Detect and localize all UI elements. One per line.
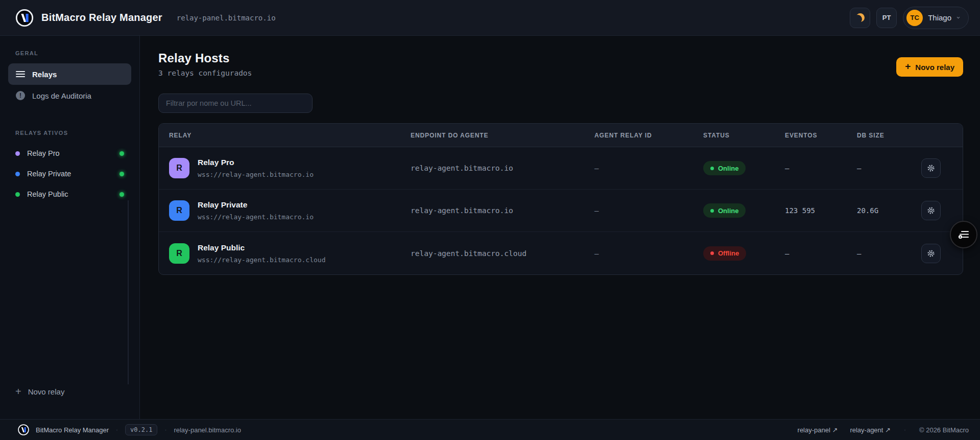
table-row[interactable]: R Relay Pro wss://relay-agent.bitmacro.i… xyxy=(159,147,963,190)
status-badge: Online xyxy=(703,161,746,175)
sidebar-section-active-relays: RELAYS ATIVOS xyxy=(0,130,139,136)
column-header-db-size: DB SIZE xyxy=(847,132,914,139)
agent-relay-id-value: – xyxy=(584,249,693,258)
relay-status-dot-icon xyxy=(119,151,124,156)
new-relay-button[interactable]: + Novo relay xyxy=(896,57,963,77)
external-link-icon: ↗ xyxy=(832,426,838,434)
plus-icon: + xyxy=(905,61,911,72)
brand: BitMacro Relay Manager relay-panel.bitma… xyxy=(15,8,276,28)
relay-name: Relay Private xyxy=(198,200,314,210)
filter-input[interactable] xyxy=(158,94,313,113)
status-dot-icon xyxy=(710,209,714,213)
status-label: Offline xyxy=(718,249,739,257)
status-badge: Online xyxy=(703,203,746,218)
footer: BitMacro Relay Manager · v0.2.1 · relay-… xyxy=(0,419,980,440)
column-header-relay: RELAY xyxy=(159,132,400,139)
separator-dot: · xyxy=(903,426,907,433)
column-header-endpoint: ENDPOINT DO AGENTE xyxy=(400,132,584,139)
language-button[interactable]: PT xyxy=(876,8,897,28)
sidebar-item-label: Logs de Auditoria xyxy=(32,91,91,100)
sidebar-item-audit-logs[interactable]: ! Logs de Auditoria xyxy=(8,85,131,106)
separator-dot: · xyxy=(115,426,119,433)
version-badge: v0.2.1 xyxy=(125,424,157,435)
relay-avatar: R xyxy=(169,243,189,264)
theme-toggle-button[interactable] xyxy=(850,8,870,28)
relay-name: Relay Pro xyxy=(198,158,314,167)
moon-icon xyxy=(856,13,865,22)
relay-settings-button[interactable] xyxy=(921,158,941,178)
sidebar-relay-item[interactable]: Relay Public xyxy=(0,184,139,204)
db-size-value: 20.6G xyxy=(847,206,914,215)
new-relay-button-label: Novo relay xyxy=(915,63,954,72)
relay-url: wss://relay-agent.bitmacro.io xyxy=(198,213,314,221)
table-body: R Relay Pro wss://relay-agent.bitmacro.i… xyxy=(159,147,963,274)
footer-link-relay-agent[interactable]: relay-agent ↗ xyxy=(850,426,891,434)
sidebar-relay-label: Relay Pro xyxy=(27,149,60,157)
user-menu-button[interactable]: TC Thiago xyxy=(903,7,969,29)
sidebar-relay-list: Relay Pro Relay Private Relay Public xyxy=(0,143,139,204)
relay-color-dot-icon xyxy=(15,192,20,197)
footer-host: relay-panel.bitmacro.io xyxy=(174,426,241,434)
relay-endpoint: relay-agent.bitmacro.io xyxy=(400,164,584,172)
relay-url: wss://relay-agent.bitmacro.io xyxy=(198,171,314,178)
sidebar-new-relay-button[interactable]: + Novo relay xyxy=(0,386,139,419)
menu-icon xyxy=(16,71,25,78)
sidebar-relay-item[interactable]: Relay Pro xyxy=(0,143,139,164)
external-link-icon: ↗ xyxy=(885,426,891,434)
chevron-down-icon xyxy=(957,15,960,18)
eventos-value: – xyxy=(775,249,847,258)
relay-endpoint: relay-agent.bitmacro.io xyxy=(400,206,584,215)
alert-icon: ! xyxy=(16,91,25,100)
status-badge: Offline xyxy=(703,246,746,261)
sidebar-section-general: GERAL xyxy=(0,50,139,56)
gear-icon xyxy=(926,249,936,258)
user-name: Thiago xyxy=(928,13,951,22)
db-size-value: – xyxy=(847,249,914,258)
footer-links: relay-panel ↗ relay-agent ↗ · © 2026 Bit… xyxy=(798,426,969,434)
new-relay-label: Novo relay xyxy=(28,387,65,396)
sidebar-item-relays[interactable]: Relays xyxy=(8,63,131,85)
relay-url: wss://relay-agent.bitmacro.cloud xyxy=(198,256,325,264)
relay-settings-button[interactable] xyxy=(921,244,941,263)
sidebar-relay-label: Relay Public xyxy=(27,190,68,198)
column-header-agent-relay-id: AGENT RELAY ID xyxy=(584,132,693,139)
db-size-value: – xyxy=(847,164,914,172)
bitmacro-logo-icon xyxy=(15,8,34,28)
footer-brand: BitMacro Relay Manager xyxy=(36,426,109,434)
page-subtitle: 3 relays configurados xyxy=(158,69,252,77)
relay-status-dot-icon xyxy=(119,172,124,176)
list-droplet-icon xyxy=(958,228,970,241)
sidebar-relay-item[interactable]: Relay Private xyxy=(0,164,139,184)
gear-icon xyxy=(926,164,936,173)
main-content: Relay Hosts 3 relays configurados + Novo… xyxy=(140,36,980,419)
column-header-status: STATUS xyxy=(693,132,775,139)
relay-color-dot-icon xyxy=(15,172,20,176)
floating-widget-button[interactable] xyxy=(950,221,977,248)
plus-icon: + xyxy=(15,386,21,397)
footer-link-relay-panel[interactable]: relay-panel ↗ xyxy=(798,426,838,434)
table-row[interactable]: R Relay Public wss://relay-agent.bitmacr… xyxy=(159,232,963,274)
sidebar-scrollbar[interactable] xyxy=(128,200,129,384)
copyright-text: © 2026 BitMacro xyxy=(919,426,969,434)
eventos-value: 123 595 xyxy=(775,206,847,215)
column-header-eventos: EVENTOS xyxy=(775,132,847,139)
status-label: Online xyxy=(718,165,738,172)
status-dot-icon xyxy=(710,251,714,255)
page-title: Relay Hosts xyxy=(158,51,252,65)
relay-color-dot-icon xyxy=(15,151,20,156)
eventos-value: – xyxy=(775,164,847,172)
relay-table: RELAY ENDPOINT DO AGENTE AGENT RELAY ID … xyxy=(158,123,963,275)
gear-icon xyxy=(926,206,936,215)
separator-dot: · xyxy=(163,426,168,433)
panel-host-text: relay-panel.bitmacro.io xyxy=(177,14,276,22)
sidebar-item-label: Relays xyxy=(32,70,57,79)
relay-name: Relay Public xyxy=(198,243,325,252)
status-dot-icon xyxy=(710,167,714,170)
agent-relay-id-value: – xyxy=(584,206,693,215)
relay-avatar: R xyxy=(169,158,189,178)
bitmacro-logo-icon xyxy=(17,424,30,436)
relay-settings-button[interactable] xyxy=(921,201,941,220)
sidebar: GERAL Relays ! Logs de Auditoria RELAYS … xyxy=(0,36,140,419)
relay-avatar: R xyxy=(169,200,189,221)
table-row[interactable]: R Relay Private wss://relay-agent.bitmac… xyxy=(159,190,963,232)
